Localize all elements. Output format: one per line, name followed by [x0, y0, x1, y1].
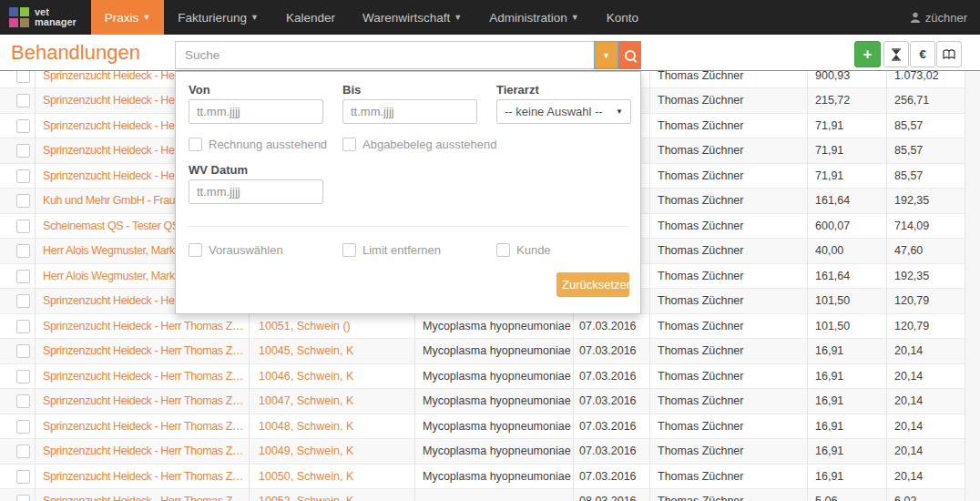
billing-button[interactable]: € [910, 41, 935, 67]
checkbox-cell [0, 339, 35, 364]
brutto-cell: 20,14 [886, 364, 965, 390]
customer-link[interactable]: Sprinzenzucht Heideck - Herr Thomas Züch… [35, 364, 249, 390]
kunde-checkbox[interactable]: Kunde [496, 243, 551, 257]
brutto-cell: 85,57 [886, 164, 965, 189]
nav-item-fakturierung[interactable]: Fakturierung▼ [164, 0, 272, 35]
checkbox-cell [0, 364, 35, 390]
row-checkbox[interactable] [16, 394, 30, 408]
animal-link[interactable]: 10048, Schwein, K [249, 414, 414, 440]
row-filler [965, 414, 980, 440]
checkbox-cell [0, 138, 35, 164]
row-checkbox[interactable] [16, 370, 30, 383]
pending-button[interactable] [883, 41, 909, 67]
nav-item-kalender[interactable]: Kalender [272, 0, 349, 35]
animal-link[interactable]: 10051, Schwein () [249, 314, 414, 340]
row-filler [965, 364, 980, 390]
table-row: Sprinzenzucht Heideck - Herr Thomas Züch… [0, 339, 980, 364]
row-checkbox[interactable] [16, 270, 30, 283]
nav-item-administration[interactable]: Administration▼ [475, 0, 592, 35]
row-checkbox[interactable] [16, 119, 30, 133]
vetmanager-logo[interactable]: vet manager [0, 0, 77, 35]
row-checkbox[interactable] [16, 169, 30, 183]
row-filler [965, 289, 980, 314]
row-checkbox[interactable] [16, 244, 30, 258]
search-filter-panel: Von Bis Tierarzt -- keine Auswahl -- ▼ R… [175, 71, 641, 314]
nav-item-praxis[interactable]: Praxis▼ [91, 0, 164, 35]
animal-link[interactable]: 10049, Schwein, K [249, 439, 414, 465]
vet-cell: Thomas Züchner [649, 214, 807, 240]
user-menu[interactable]: züchner [910, 0, 967, 35]
diagnosis-cell: Mycoplasma hyopneumoniae [414, 364, 573, 390]
diagnosis-cell [414, 489, 573, 501]
checkbox-cell [0, 88, 35, 114]
limit-entfernen-checkbox[interactable]: Limit entfernen [342, 243, 441, 257]
checkbox-cell [0, 489, 35, 501]
vet-cell: Thomas Züchner [649, 314, 807, 340]
search-options-button[interactable]: ▼ [594, 41, 618, 69]
abgabebeleg-ausstehend-checkbox[interactable]: Abgabebeleg ausstehend [342, 138, 496, 151]
brutto-cell: 20,14 [886, 465, 965, 490]
reset-button[interactable]: Zurücksetzen [556, 272, 629, 297]
brutto-cell: 6,02 [886, 489, 965, 501]
customer-link[interactable]: Sprinzenzucht Heideck - Herr Thomas Züch… [35, 439, 249, 465]
row-checkbox[interactable] [16, 470, 30, 484]
search-button[interactable] [618, 41, 641, 69]
checkbox-cell [0, 164, 35, 189]
customer-link[interactable]: Sprinzenzucht Heideck - Herr Thomas Züch… [35, 414, 249, 440]
checkbox-cell [0, 289, 35, 314]
row-filler [965, 389, 980, 414]
brutto-cell: 120,79 [886, 314, 965, 340]
brutto-cell: 192,35 [886, 264, 965, 290]
table-row: Sprinzenzucht Heideck - Herr Thomas Züch… [0, 489, 980, 501]
logo-text: vet manager [35, 7, 77, 27]
diagnosis-cell: Mycoplasma hyopneumoniae [414, 339, 573, 364]
vet-cell: Thomas Züchner [649, 239, 807, 264]
von-date-input[interactable] [189, 99, 323, 124]
vet-cell: Thomas Züchner [649, 389, 807, 414]
customer-link[interactable]: Sprinzenzucht Heideck - Herr Thomas Züch… [35, 489, 249, 501]
checkbox-cell [0, 465, 35, 490]
row-checkbox[interactable] [16, 320, 30, 333]
nav-item-konto[interactable]: Konto [593, 0, 652, 35]
nav-item-warenwirtschaft[interactable]: Warenwirtschaft▼ [349, 0, 475, 35]
row-checkbox[interactable] [16, 194, 30, 208]
tierarzt-select[interactable]: -- keine Auswahl -- ▼ [496, 99, 631, 124]
animal-link[interactable]: 10046, Schwein, K [249, 364, 414, 390]
animal-link[interactable]: 10047, Schwein, K [249, 389, 414, 414]
row-filler [965, 164, 980, 189]
row-checkbox[interactable] [16, 94, 30, 107]
netto-cell: 71,91 [807, 114, 886, 139]
add-treatment-button[interactable]: + [854, 41, 881, 67]
netto-cell: 16,91 [807, 465, 886, 490]
panel-divider [189, 226, 628, 227]
vet-cell: Thomas Züchner [649, 138, 807, 164]
search-input[interactable] [175, 41, 595, 69]
journal-button[interactable] [936, 41, 962, 67]
row-checkbox[interactable] [16, 220, 30, 233]
customer-link[interactable]: Sprinzenzucht Heideck - Herr Thomas Züch… [35, 389, 249, 414]
wv-datum-input[interactable] [189, 179, 323, 204]
row-checkbox[interactable] [16, 445, 30, 458]
vorauswaehlen-checkbox[interactable]: Vorauswählen [189, 243, 283, 257]
customer-link[interactable]: Sprinzenzucht Heideck - Herr Thomas Züch… [35, 465, 249, 490]
bis-date-input[interactable] [342, 99, 477, 124]
rechnung-ausstehend-checkbox[interactable]: Rechnung ausstehend [189, 138, 327, 151]
brutto-cell: 192,35 [886, 189, 965, 214]
netto-cell: 71,91 [807, 138, 886, 164]
customer-link[interactable]: Sprinzenzucht Heideck - Herr Thomas Züch… [35, 314, 249, 340]
row-checkbox[interactable] [16, 294, 30, 308]
diagnosis-cell: Mycoplasma hyopneumoniae [414, 465, 573, 490]
page-title: Behandlungen [11, 41, 140, 65]
animal-link[interactable]: 10052, Schwein, K [249, 489, 414, 501]
row-checkbox[interactable] [16, 420, 30, 434]
vet-cell: Thomas Züchner [649, 489, 807, 501]
netto-cell: 101,50 [807, 314, 886, 340]
row-checkbox[interactable] [16, 344, 30, 358]
netto-cell: 16,91 [807, 439, 886, 465]
customer-link[interactable]: Sprinzenzucht Heideck - Herr Thomas Züch… [35, 339, 249, 364]
animal-link[interactable]: 10045, Schwein, K [249, 339, 414, 364]
animal-link[interactable]: 10050, Schwein, K [249, 465, 414, 490]
row-checkbox[interactable] [16, 144, 30, 158]
row-checkbox[interactable] [16, 495, 30, 501]
netto-cell: 40,00 [807, 239, 886, 264]
